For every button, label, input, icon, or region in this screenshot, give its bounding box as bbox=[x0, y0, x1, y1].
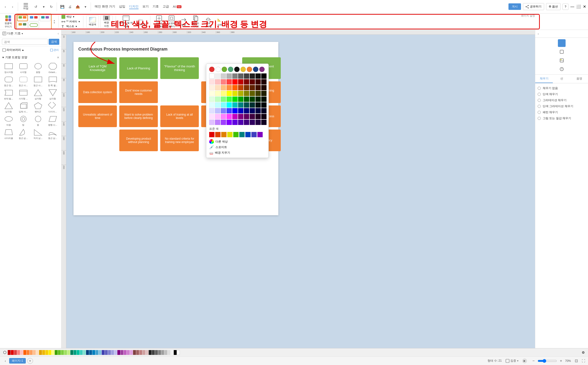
shape-style-4[interactable] bbox=[17, 22, 28, 28]
shape-item-round-tri[interactable]: 둥근 삼... bbox=[17, 128, 30, 140]
cell-unrealistic[interactable]: Unrealistic allotment of time bbox=[78, 105, 117, 127]
color-cell[interactable] bbox=[227, 73, 232, 79]
strip-color[interactable] bbox=[14, 350, 17, 355]
strip-color[interactable] bbox=[149, 350, 151, 355]
color-cell[interactable] bbox=[255, 85, 261, 90]
std-color-blue[interactable] bbox=[245, 132, 251, 137]
swatch-white[interactable] bbox=[215, 67, 221, 72]
color-cell[interactable] bbox=[255, 79, 261, 84]
cell-developing[interactable]: Developing product without planning bbox=[119, 130, 158, 151]
color-cell[interactable] bbox=[209, 120, 215, 125]
shape-item-circle2[interactable]: 원 bbox=[31, 115, 45, 126]
strip-color[interactable] bbox=[49, 350, 51, 355]
back-btn[interactable]: ‹ bbox=[2, 3, 9, 10]
color-row[interactable]: 색상 ▼ bbox=[61, 15, 80, 19]
menu-insert[interactable]: 삽입 bbox=[119, 4, 125, 9]
strip-color[interactable] bbox=[177, 350, 180, 355]
color-cell[interactable] bbox=[227, 79, 232, 84]
add-page-btn[interactable]: + bbox=[27, 358, 33, 364]
color-cell[interactable] bbox=[232, 79, 238, 84]
shape-item-corner[interactable]: 한 쪽 필... bbox=[46, 75, 59, 87]
strip-color[interactable] bbox=[143, 350, 145, 355]
swatch-navy[interactable] bbox=[253, 67, 258, 72]
page-fit-btn[interactable]: 도면에맞추기 bbox=[166, 15, 177, 28]
strip-color[interactable] bbox=[20, 350, 23, 355]
eyedropper-btn[interactable]: 💉 스포이트 bbox=[209, 145, 265, 149]
print-btn[interactable]: 🖨 bbox=[66, 3, 73, 10]
strip-color[interactable] bbox=[17, 350, 20, 355]
color-cell[interactable] bbox=[244, 120, 249, 125]
color-cell[interactable] bbox=[238, 91, 244, 96]
options-btn[interactable]: ⚙ 옵션 bbox=[546, 3, 560, 10]
drawing-section-header[interactable]: ▼ 기본 드로잉 모양 ✕ bbox=[2, 54, 59, 60]
image-tab-icon[interactable] bbox=[558, 56, 566, 64]
shape-item-pentagon[interactable]: 펜타곤 bbox=[31, 101, 45, 113]
undo-btn[interactable]: ↺ bbox=[33, 3, 39, 10]
fill-pattern-radio[interactable] bbox=[538, 111, 541, 114]
color-cell[interactable] bbox=[250, 108, 255, 113]
color-cell[interactable] bbox=[209, 91, 215, 96]
color-cell[interactable] bbox=[209, 108, 215, 113]
shape-item-round-rect2[interactable]: 둥근 사... bbox=[17, 75, 30, 87]
color-cell[interactable] bbox=[250, 114, 255, 119]
redo-btn[interactable]: ↻ bbox=[48, 3, 55, 10]
color-cell[interactable] bbox=[261, 91, 266, 96]
strip-color[interactable] bbox=[171, 350, 173, 355]
std-color-purple[interactable] bbox=[257, 132, 263, 137]
shape-item-trapezoid[interactable]: 사다리꼴 bbox=[2, 128, 15, 140]
shape-item-right-tri[interactable]: 직각 삼... bbox=[31, 128, 45, 140]
color-cell[interactable] bbox=[244, 102, 249, 108]
shape-item-rect-gap[interactable]: 사각형 ... bbox=[17, 88, 30, 100]
fullscreen-btn[interactable]: ⛶ bbox=[582, 359, 585, 363]
help-tab-icon[interactable]: ? bbox=[558, 65, 566, 73]
shape-style-5[interactable] bbox=[29, 22, 39, 28]
style-scroll-down[interactable]: ▼ bbox=[53, 22, 55, 24]
swatch-red[interactable] bbox=[209, 67, 215, 72]
color-cell[interactable] bbox=[215, 85, 220, 90]
shape-item-octagon[interactable]: Octant... bbox=[46, 62, 59, 74]
shape-item-cube[interactable]: 입체 사... bbox=[17, 101, 30, 113]
fill-solid-gradient-radio[interactable] bbox=[538, 105, 541, 108]
strip-color[interactable] bbox=[45, 350, 48, 355]
color-cell[interactable] bbox=[227, 120, 232, 125]
strip-color[interactable] bbox=[167, 350, 170, 355]
drawing-section-close[interactable]: ✕ bbox=[57, 56, 59, 59]
shape-item-round-rect3[interactable]: 둥근 사... bbox=[31, 75, 45, 87]
watermark-btn[interactable]: Wm 워터마크 bbox=[135, 15, 147, 28]
color-cell[interactable] bbox=[232, 91, 238, 96]
strip-color[interactable] bbox=[77, 350, 79, 355]
color-cell[interactable] bbox=[227, 97, 232, 102]
cell-data-collection[interactable]: Data collection system bbox=[78, 81, 117, 103]
shape-item-ring[interactable]: 링 bbox=[17, 115, 30, 126]
color-cell[interactable] bbox=[250, 102, 255, 108]
color-cell[interactable] bbox=[227, 91, 232, 96]
color-cell[interactable] bbox=[227, 114, 232, 119]
shape-item-parallelogram[interactable]: 평행 사... bbox=[46, 115, 59, 126]
search-btn[interactable]: 검색 bbox=[49, 39, 59, 45]
color-strip-settings[interactable]: ⚙ bbox=[580, 350, 586, 355]
color-cell[interactable] bbox=[227, 85, 232, 90]
color-cell[interactable] bbox=[209, 114, 215, 119]
strip-color[interactable] bbox=[23, 350, 26, 355]
fill-pattern-option[interactable]: 패턴 채우기 bbox=[538, 110, 586, 114]
strip-color[interactable] bbox=[42, 350, 45, 355]
color-cell[interactable] bbox=[255, 102, 261, 108]
color-cell[interactable] bbox=[255, 108, 261, 113]
std-color-orange-red[interactable] bbox=[215, 132, 221, 137]
color-cell[interactable] bbox=[209, 97, 215, 102]
strip-color[interactable] bbox=[174, 350, 177, 355]
strip-color[interactable] bbox=[36, 350, 39, 355]
menu-symbol[interactable]: 기호 bbox=[152, 4, 159, 9]
strip-color[interactable] bbox=[33, 350, 36, 355]
strip-color[interactable] bbox=[155, 350, 158, 355]
color-cell[interactable] bbox=[227, 102, 232, 108]
zoom-slider[interactable] bbox=[538, 359, 557, 363]
fill-none-radio[interactable] bbox=[538, 87, 541, 90]
forward-btn[interactable]: › bbox=[9, 3, 16, 10]
color-cell[interactable] bbox=[221, 108, 226, 113]
strip-color[interactable] bbox=[108, 350, 111, 355]
std-color-indigo[interactable] bbox=[251, 132, 257, 137]
line-tab-icon[interactable] bbox=[558, 48, 566, 56]
color-cell[interactable] bbox=[215, 73, 220, 79]
color-cell[interactable] bbox=[221, 73, 226, 79]
